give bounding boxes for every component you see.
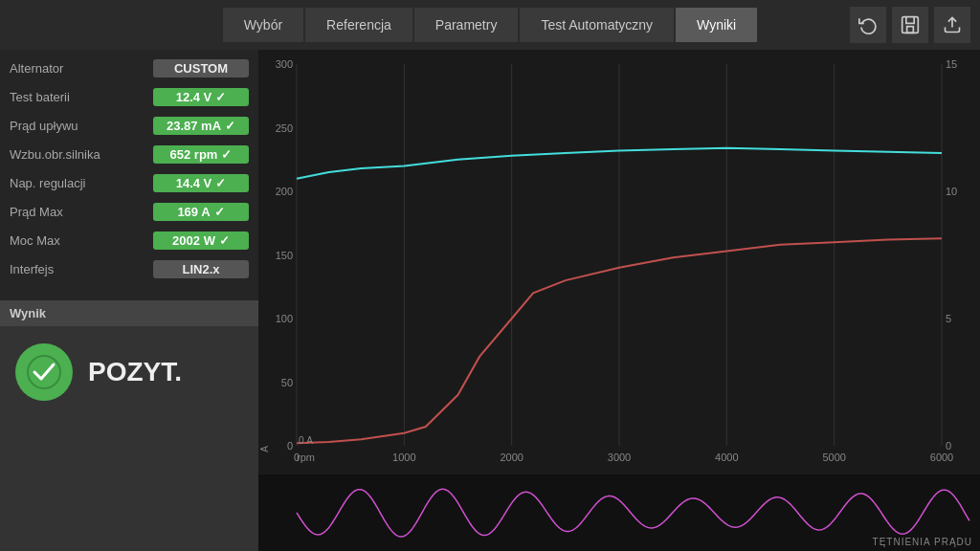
wave-label: TĘTNIENIA PRĄDU: [873, 537, 972, 547]
info-row: Nap. regulacji14.4 V✓: [10, 170, 249, 195]
refresh-button[interactable]: [850, 7, 886, 43]
info-value: LIN2.x: [153, 260, 249, 278]
check-icon: ✓: [221, 147, 232, 162]
main-content: AlternatorCUSTOMTest baterii12.4 V✓Prąd …: [0, 50, 980, 551]
nav-actions: [850, 7, 970, 43]
info-value: 14.4 V✓: [153, 174, 249, 192]
export-button[interactable]: [934, 7, 970, 43]
check-icon: ✓: [219, 233, 230, 248]
info-row: Prąd Max169 A✓: [10, 199, 249, 224]
info-label: Test baterii: [10, 90, 153, 104]
info-value: 12.4 V✓: [153, 88, 249, 106]
check-icon: ✓: [225, 119, 235, 133]
check-icon: ✓: [215, 176, 226, 190]
info-label: Alternator: [10, 61, 153, 76]
tab-referencja[interactable]: Referencja: [305, 8, 412, 42]
nav-tabs: Wybór Referencja Parametry Test Automaty…: [223, 8, 757, 42]
info-row: Moc Max2002 W✓: [10, 228, 249, 253]
wynik-section: Wynik POZYT.: [0, 300, 258, 551]
info-row: Wzbu.obr.silnika652 rpm✓: [10, 142, 249, 166]
svg-rect-0: [902, 17, 919, 33]
info-row: InterfejsLIN2.x: [10, 256, 249, 281]
info-value: 169 A✓: [153, 203, 249, 221]
info-value: 2002 W✓: [153, 231, 249, 250]
wynik-body: POZYT.: [0, 326, 258, 418]
info-label: Moc Max: [10, 233, 153, 248]
check-icon: ✓: [214, 205, 225, 219]
svg-point-3: [28, 356, 60, 388]
main-chart: [258, 50, 980, 474]
save-button[interactable]: [892, 7, 928, 43]
wynik-title: Wynik: [0, 300, 258, 326]
info-label: Prąd upływu: [10, 119, 153, 133]
info-label: Wzbu.obr.silnika: [10, 147, 153, 162]
tab-test-automatyczny[interactable]: Test Automatyczny: [520, 8, 674, 42]
left-panel: AlternatorCUSTOMTest baterii12.4 V✓Prąd …: [0, 50, 258, 551]
info-row: AlternatorCUSTOM: [10, 55, 249, 80]
wynik-result: POZYT.: [88, 357, 182, 387]
tab-parametry[interactable]: Parametry: [414, 8, 519, 42]
checkmark-icon: [27, 355, 61, 389]
info-value: 652 rpm✓: [153, 145, 249, 164]
info-value: 23.87 mA✓: [153, 117, 249, 135]
info-row: Test baterii12.4 V✓: [10, 84, 249, 109]
chart-area: [258, 50, 980, 474]
right-panel: TĘTNIENIA PRĄDU: [258, 50, 980, 551]
info-row: Prąd upływu23.87 mA✓: [10, 113, 249, 138]
info-label: Interfejs: [10, 262, 153, 276]
info-label: Nap. regulacji: [10, 176, 153, 190]
tab-wybor[interactable]: Wybór: [223, 8, 303, 42]
tab-wyniki[interactable]: Wyniki: [676, 8, 757, 42]
top-nav: Wybór Referencja Parametry Test Automaty…: [0, 0, 980, 50]
wave-area: TĘTNIENIA PRĄDU: [258, 474, 980, 551]
info-table: AlternatorCUSTOMTest baterii12.4 V✓Prąd …: [0, 50, 258, 291]
info-label: Prąd Max: [10, 205, 153, 219]
wynik-check-circle: [15, 343, 73, 401]
check-icon: ✓: [215, 90, 226, 104]
svg-rect-1: [907, 27, 914, 33]
info-value: CUSTOM: [153, 59, 249, 77]
